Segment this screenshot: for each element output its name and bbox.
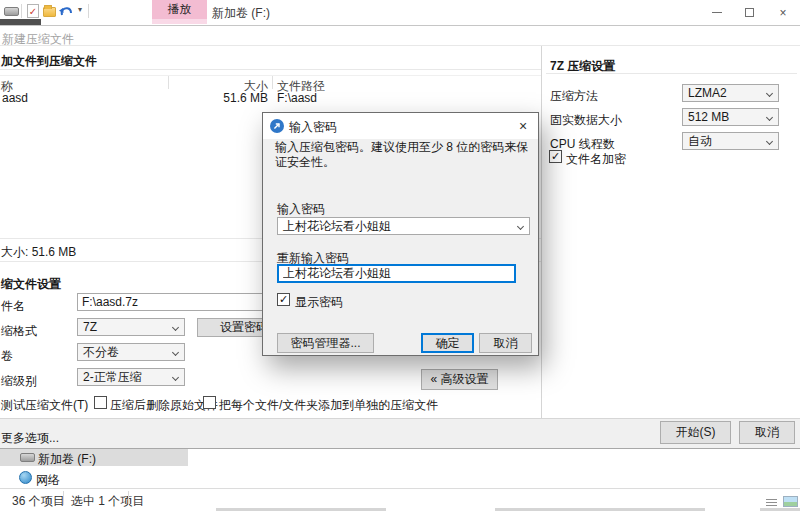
format-value: 7Z <box>83 320 97 334</box>
advanced-settings-label: « 高级设置 <box>430 371 488 388</box>
minimize-icon <box>712 12 722 13</box>
method-label: 压缩方法 <box>550 88 598 105</box>
dialog-title: 输入密码 <box>289 119 337 136</box>
solid-size-select[interactable]: 512 MB <box>682 108 779 126</box>
confirm-password-input[interactable] <box>277 264 516 283</box>
bandizip-cancel-label: 取消 <box>755 424 779 441</box>
close-icon: × <box>779 6 786 20</box>
toolbar-separator <box>88 4 89 18</box>
thumbnail-view-icon[interactable] <box>783 496 798 507</box>
dialog-close-button[interactable]: × <box>514 117 532 135</box>
add-files-section-title: 加文件到压缩文件 <box>1 53 97 70</box>
minimize-button[interactable] <box>704 4 730 21</box>
volume-value: 不分卷 <box>83 345 119 359</box>
cpu-threads-select[interactable]: 自动 <box>682 132 779 150</box>
delete-original-label[interactable]: 压缩后删除原始文件 <box>110 397 218 414</box>
undo-icon[interactable] <box>58 4 74 21</box>
file-size: 51.6 MB <box>210 91 268 105</box>
volume-select[interactable]: 不分卷 <box>77 343 185 361</box>
archive-settings-title: 缩文件设置 <box>1 276 61 293</box>
level-select[interactable]: 2-正常压缩 <box>77 368 185 386</box>
chevron-down-icon <box>766 138 773 145</box>
show-password-checkbox[interactable]: ✓ <box>277 293 290 306</box>
more-options-link[interactable]: 更多选项... <box>1 430 59 447</box>
tree-network-label[interactable]: 网络 <box>36 472 60 489</box>
ok-label: 确定 <box>436 335 460 352</box>
bandizip-cancel-button[interactable]: 取消 <box>739 421 795 444</box>
chevron-down-icon <box>766 90 773 97</box>
dialog-titlebar: 输入密码 × <box>263 113 538 139</box>
maximize-button[interactable] <box>736 4 762 21</box>
checkmark-icon: ✓ <box>551 151 560 162</box>
ok-button[interactable]: 确定 <box>421 333 474 353</box>
status-item-count: 36 个项目 <box>12 493 65 510</box>
explorer-window-title: 新加卷 (F:) <box>212 5 270 22</box>
password-manager-label: 密码管理器... <box>290 335 360 352</box>
list-view-icon[interactable] <box>766 499 777 500</box>
close-icon: × <box>519 118 527 134</box>
undo-dropdown-caret-icon[interactable]: ▾ <box>78 5 82 14</box>
explorer-titlebar: ✓ ▾ 播放 新加卷 (F:) × <box>0 0 800 25</box>
chevron-down-icon <box>172 324 179 331</box>
separate-archive-checkbox[interactable] <box>203 396 216 409</box>
bandizip-window-top-edge <box>0 25 800 26</box>
cpu-threads-value: 自动 <box>688 134 712 148</box>
format-label: 缩格式 <box>1 323 37 340</box>
separate-archive-label[interactable]: 把每个文件/文件夹添加到单独的压缩文件 <box>219 397 438 414</box>
chevron-down-icon <box>172 349 179 356</box>
panel-splitter[interactable] <box>541 46 542 418</box>
chevron-down-icon <box>172 374 179 381</box>
tree-drive-label[interactable]: 新加卷 (F:) <box>38 451 96 468</box>
properties-check-icon[interactable]: ✓ <box>27 4 39 18</box>
start-button[interactable]: 开始(S) <box>660 421 731 444</box>
play-button[interactable]: 播放 <box>152 0 207 19</box>
drive-icon[interactable] <box>4 7 19 16</box>
total-size-label: 大小: 51.6 MB <box>1 244 76 261</box>
network-icon <box>19 471 32 484</box>
method-value: LZMA2 <box>688 86 727 100</box>
filename-label: 件名 <box>1 298 25 315</box>
chevron-down-icon <box>517 223 524 230</box>
solid-size-label: 固实数据大小 <box>550 112 622 129</box>
password-combobox[interactable]: 上村花论坛看小姐姐 <box>277 217 530 235</box>
encrypt-filenames-checkbox[interactable]: ✓ <box>549 150 562 163</box>
dialog-cancel-button[interactable]: 取消 <box>479 333 532 353</box>
password-manager-button[interactable]: 密码管理器... <box>277 333 374 353</box>
play-button-underline <box>152 19 207 24</box>
file-path: F:\aasd <box>277 91 317 105</box>
password-dialog: 输入密码 × 输入压缩包密码。建议使用至少 8 位的密码来保证安全性。 输入密码… <box>262 112 539 356</box>
file-name: aasd <box>2 91 28 105</box>
checkmark-icon: ✓ <box>279 294 288 305</box>
chevron-down-icon <box>766 114 773 121</box>
level-label: 缩级别 <box>1 373 37 390</box>
password-label: 输入密码 <box>277 201 325 218</box>
advanced-settings-button[interactable]: « 高级设置 <box>421 369 498 390</box>
test-archive-label[interactable]: 测试压缩文件(T) <box>1 397 88 414</box>
method-select[interactable]: LZMA2 <box>682 84 779 102</box>
close-button[interactable]: × <box>770 4 796 21</box>
format-select[interactable]: 7Z <box>77 318 185 336</box>
folder-icon[interactable] <box>43 7 56 17</box>
drive-icon <box>20 453 35 462</box>
dialog-description: 输入压缩包密码。建议使用至少 8 位的密码来保证安全性。 <box>275 140 529 170</box>
solid-size-value: 512 MB <box>688 110 729 124</box>
delete-original-checkbox[interactable] <box>94 396 107 409</box>
password-value: 上村花论坛看小姐姐 <box>283 219 391 233</box>
volume-label: 卷 <box>1 348 13 365</box>
dialog-cancel-label: 取消 <box>494 335 518 352</box>
status-selected-count: 选中 1 个项目 <box>71 493 144 510</box>
encrypt-filenames-label[interactable]: 文件名加密 <box>566 151 626 168</box>
toolbar-separator <box>21 4 22 18</box>
level-value: 2-正常压缩 <box>83 370 142 384</box>
screen: ✓ ▾ 播放 新加卷 (F:) × 新建压缩文件 加文件到压缩文件 称 大小 文… <box>0 0 800 511</box>
bandizip-logo-icon <box>270 119 284 136</box>
start-label: 开始(S) <box>676 424 716 441</box>
maximize-icon <box>745 8 754 17</box>
show-password-label[interactable]: 显示密码 <box>295 294 343 311</box>
